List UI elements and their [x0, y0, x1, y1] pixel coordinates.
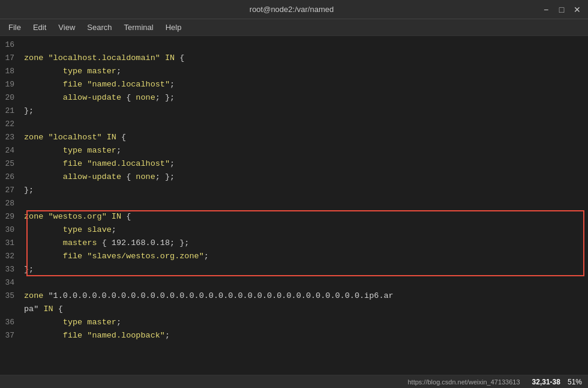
line-number: 25 [0, 157, 24, 171]
line-content: type master; [24, 144, 588, 157]
line-content: allow-update { none; }; [24, 171, 588, 184]
line-number: 28 [0, 197, 24, 210]
code-line: 22 [0, 118, 588, 131]
line-content: masters { 192.168.0.18; }; [24, 237, 588, 250]
close-button[interactable]: ✕ [572, 5, 582, 14]
line-number: 34 [0, 276, 24, 289]
titlebar-controls: − □ ✕ [541, 5, 582, 14]
code-line: pa" IN { [0, 303, 588, 316]
line-number: 29 [0, 210, 24, 223]
menu-view[interactable]: View [52, 20, 81, 34]
line-number: 27 [0, 184, 24, 197]
line-number: 30 [0, 223, 24, 237]
menu-search[interactable]: Search [81, 20, 118, 34]
line-content: allow-update { none; }; [24, 91, 588, 105]
code-line: 18 type master; [0, 65, 588, 78]
line-number: 35 [0, 289, 24, 303]
menu-edit[interactable]: Edit [27, 20, 52, 34]
code-line: 24 type master; [0, 144, 588, 157]
code-area: 1617zone "localhost.localdomain" IN {18 … [0, 36, 588, 375]
line-number: 23 [0, 131, 24, 144]
line-number: 33 [0, 263, 24, 276]
line-content: file "named.loopback"; [24, 329, 588, 342]
code-line: 36 type master; [0, 316, 588, 329]
maximize-button[interactable]: □ [557, 5, 566, 14]
code-line: 32 file "slaves/westos.org.zone"; [0, 250, 588, 263]
line-content: }; [24, 184, 588, 197]
line-content: }; [24, 263, 588, 276]
line-content: type master; [24, 316, 588, 329]
code-line: 37 file "named.loopback"; [0, 329, 588, 342]
code-line: 29zone "westos.org" IN { [0, 210, 588, 223]
code-line: 26 allow-update { none; }; [0, 171, 588, 184]
code-line: 25 file "named.localhost"; [0, 157, 588, 171]
line-content: type slave; [24, 223, 588, 237]
code-line: 28 [0, 197, 588, 210]
menu-help[interactable]: Help [160, 20, 188, 34]
statusbar: https://blog.csdn.net/weixin_47133613 32… [0, 375, 588, 388]
line-number: 31 [0, 237, 24, 250]
code-line: 23zone "localhost" IN { [0, 131, 588, 144]
titlebar-title: root@node2:/var/named [42, 5, 541, 14]
line-number: 20 [0, 91, 24, 105]
menu-terminal[interactable]: Terminal [118, 20, 160, 34]
code-line: 34 [0, 276, 588, 289]
line-content: }; [24, 105, 588, 118]
code-line: 31 masters { 192.168.0.18; }; [0, 237, 588, 250]
line-number: 26 [0, 171, 24, 184]
line-number: 32 [0, 250, 24, 263]
statusbar-percent: 51% [568, 378, 582, 386]
statusbar-url: https://blog.csdn.net/weixin_47133613 [407, 378, 520, 386]
code-line: 16 [0, 38, 588, 52]
code-line: 20 allow-update { none; }; [0, 91, 588, 105]
code-line: 19 file "named.localhost"; [0, 78, 588, 91]
code-line: 35zone "1.0.0.0.0.0.0.0.0.0.0.0.0.0.0.0.… [0, 289, 588, 303]
line-content: file "slaves/westos.org.zone"; [24, 250, 588, 263]
line-content: zone "1.0.0.0.0.0.0.0.0.0.0.0.0.0.0.0.0.… [24, 289, 588, 303]
line-number: 18 [0, 65, 24, 78]
line-content: file "named.localhost"; [24, 78, 588, 91]
menu-file[interactable]: File [2, 20, 27, 34]
titlebar: root@node2:/var/named − □ ✕ [0, 0, 588, 19]
line-number: 16 [0, 38, 24, 52]
code-line: 33}; [0, 263, 588, 276]
line-number: 17 [0, 52, 24, 65]
code-line: 17zone "localhost.localdomain" IN { [0, 52, 588, 65]
code-line: 30 type slave; [0, 223, 588, 237]
statusbar-position: 32,31-38 [532, 378, 560, 386]
editor[interactable]: 1617zone "localhost.localdomain" IN {18 … [0, 36, 588, 388]
line-number: 22 [0, 118, 24, 131]
line-number: 19 [0, 78, 24, 91]
line-content: pa" IN { [24, 303, 588, 316]
line-number: 36 [0, 316, 24, 329]
menubar: File Edit View Search Terminal Help [0, 19, 588, 36]
line-content: zone "localhost" IN { [24, 131, 588, 144]
line-number: 24 [0, 144, 24, 157]
minimize-button[interactable]: − [541, 5, 551, 14]
line-content: zone "localhost.localdomain" IN { [24, 52, 588, 65]
line-content: file "named.localhost"; [24, 157, 588, 171]
code-line: 27}; [0, 184, 588, 197]
line-content: type master; [24, 65, 588, 78]
line-number: 21 [0, 105, 24, 118]
code-line: 21}; [0, 105, 588, 118]
line-number: 37 [0, 329, 24, 342]
line-content: zone "westos.org" IN { [24, 210, 588, 223]
